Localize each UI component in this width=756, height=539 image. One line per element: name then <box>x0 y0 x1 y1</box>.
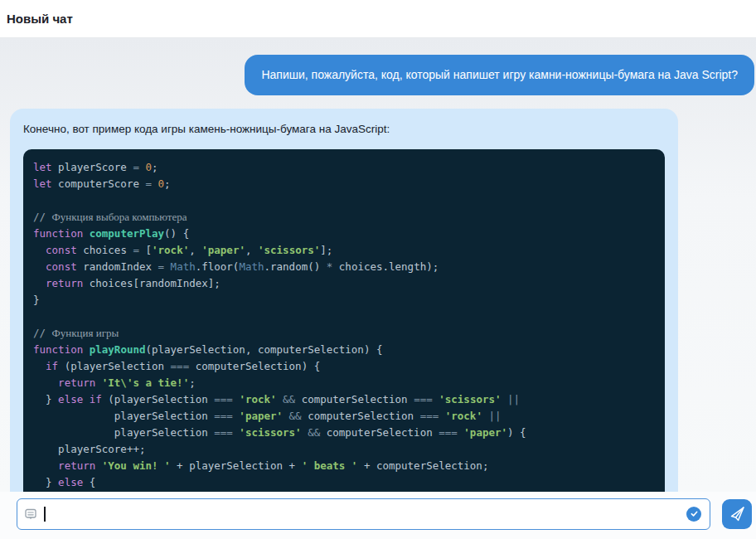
code-line: return choices[randomIndex]; <box>33 275 655 292</box>
message-input[interactable] <box>17 498 710 530</box>
code-line: const choices = ['rock', 'paper', 'sciss… <box>33 242 655 259</box>
text-cursor <box>44 507 46 522</box>
code-line: playerSelection === 'scissors' && comput… <box>33 425 655 441</box>
user-message-row: Напиши, пожалуйста, код, который напишет… <box>0 55 754 95</box>
code-lines: let playerScore = 0;let computerScore = … <box>33 159 655 491</box>
assistant-message-row: Конечно, вот пример кода игры камень-нож… <box>10 109 756 492</box>
code-line <box>33 192 655 209</box>
code-line: } <box>33 292 655 308</box>
code-line: let playerScore = 0; <box>33 159 655 176</box>
code-line: function computerPlay() { <box>33 226 655 242</box>
code-line: playerScore++; <box>33 441 655 458</box>
composer-bar <box>0 492 756 539</box>
code-line: if (playerSelection === computerSelectio… <box>33 358 655 375</box>
chat-scroll-area[interactable]: Напиши, пожалуйста, код, который напишет… <box>0 38 756 492</box>
message-icon <box>24 507 37 521</box>
assistant-intro-text: Конечно, вот пример кода игры камень-нож… <box>23 122 665 136</box>
code-block: let playerScore = 0;let computerScore = … <box>23 149 665 492</box>
chat-header: Новый чат <box>0 0 756 38</box>
page-title: Новый чат <box>7 12 73 26</box>
code-line: function playRound(playerSelection, comp… <box>33 342 655 358</box>
code-line: playerSelection === 'paper' && computerS… <box>33 408 655 425</box>
code-line: } else { <box>33 474 655 491</box>
code-line: let computerScore = 0; <box>33 176 655 192</box>
code-line: return 'You win! ' + playerSelection + '… <box>33 458 655 474</box>
code-line <box>33 308 655 325</box>
code-line: return 'It\'s a tie!'; <box>33 375 655 391</box>
code-line: // Функция выбора компьютера <box>33 209 655 226</box>
check-icon[interactable] <box>686 507 701 522</box>
send-button[interactable] <box>722 499 752 529</box>
code-line: const randomIndex = Math.floor(Math.rand… <box>33 259 655 275</box>
send-icon <box>729 505 746 522</box>
user-message-bubble: Напиши, пожалуйста, код, который напишет… <box>245 55 754 95</box>
assistant-message-bubble: Конечно, вот пример кода игры камень-нож… <box>10 109 678 492</box>
code-line: // Функция игры <box>33 325 655 342</box>
code-line: } else if (playerSelection === 'rock' &&… <box>33 391 655 408</box>
